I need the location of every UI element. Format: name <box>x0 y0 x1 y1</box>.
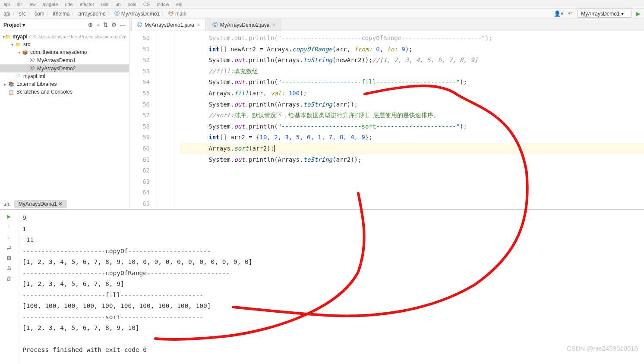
tab-myarraysdemo1[interactable]: Ⓒ MyArraysDemo1.java ✕ <box>131 19 206 31</box>
gear-icon[interactable]: ⚙ <box>111 22 117 28</box>
menu-item[interactable]: ools <box>128 2 136 7</box>
rerun-icon[interactable]: ▶ <box>7 213 11 220</box>
tree-node[interactable]: ▾📦com.itheima.arraysdemo <box>0 48 129 56</box>
target-icon[interactable]: ⊕ <box>88 22 93 28</box>
expand-icon[interactable]: ≡ <box>96 22 100 28</box>
tab-label: MyArraysDemo2.java <box>220 22 270 28</box>
tab-label: MyArraysDemo1.java <box>145 22 194 28</box>
breadcrumb: api〉 src〉 com〉 itheima〉 arraysdemo〉 Ⓒ My… <box>3 10 186 17</box>
menu-item[interactable]: ode <box>65 2 73 7</box>
menu-item[interactable]: elp <box>176 2 183 7</box>
tree-node[interactable]: 📋Scratches and Consoles <box>0 88 129 96</box>
wrap-icon[interactable]: ⇄ <box>7 245 11 251</box>
run-icon[interactable]: ▶ <box>636 10 641 17</box>
breadcrumb-item[interactable]: main <box>175 11 186 17</box>
run-tab[interactable]: MyArraysDemo1 ✕ <box>14 200 67 208</box>
close-icon[interactable]: ✕ <box>197 22 200 27</box>
menu-item[interactable]: efactor <box>80 2 95 7</box>
tab-bar: Ⓒ MyArraysDemo1.java ✕ Ⓒ MyArraysDemo2.j… <box>129 19 644 31</box>
nav-bar: api〉 src〉 com〉 itheima〉 arraysdemo〉 Ⓒ My… <box>0 9 644 19</box>
gutter: 5051525354555657585960616263646566 <box>129 31 157 209</box>
hide-icon[interactable]: — <box>120 22 126 28</box>
back-icon[interactable]: ↶ <box>568 10 573 17</box>
tree-node[interactable]: ⒸMyArraysDemo2 <box>0 64 129 72</box>
breadcrumb-item[interactable]: api <box>3 11 10 17</box>
project-panel: Project ▾ ⊕ ≡ ⇅ ⚙ — ▾📁myapiC:\Users\alie… <box>0 19 129 209</box>
editor[interactable]: 5051525354555657585960616263646566 Syste… <box>129 31 644 209</box>
close-icon[interactable]: ✕ <box>272 22 275 27</box>
tree-node[interactable]: 📄myapi.iml <box>0 72 129 80</box>
breadcrumb-item[interactable]: arraysdemo <box>78 11 105 17</box>
breadcrumb-item[interactable]: com <box>35 11 44 17</box>
menu-bar: api dit iew avigate ode efactor uild un … <box>0 0 644 9</box>
run-panel: ▶ ↑ ↓ ⇄ ⊞ 🖶 🗑 9 1 -11 ------------------… <box>0 209 644 364</box>
java-icon: Ⓒ <box>137 21 142 28</box>
code-area[interactable]: System.out.println("--------------------… <box>174 31 644 209</box>
menu-item[interactable]: un <box>115 2 120 7</box>
run-output[interactable]: 9 1 -11 ----------------------copyOf----… <box>18 210 644 364</box>
run-config-select[interactable]: MyArraysDemo1 ▾ <box>577 10 632 18</box>
tree-node[interactable]: ▾📁src <box>0 41 129 48</box>
trash-icon[interactable]: 🗑 <box>6 276 12 282</box>
run-label: un: <box>3 201 11 207</box>
menu-item[interactable]: CS <box>143 2 150 7</box>
run-toolbar: ▶ ↑ ↓ ⇄ ⊞ 🖶 🗑 <box>0 210 18 364</box>
project-tree: ▾📁myapiC:\Users\alienware\IdeaProjects\b… <box>0 31 129 97</box>
run-header: un: MyArraysDemo1 ✕ <box>0 199 644 209</box>
down-icon[interactable]: ↓ <box>8 234 10 240</box>
user-icon[interactable]: 👤▾ <box>554 10 564 17</box>
up-icon[interactable]: ↑ <box>8 224 10 230</box>
breadcrumb-item[interactable]: src <box>19 11 26 17</box>
tree-node[interactable]: ⒸMyArraysDemo1 <box>0 56 129 64</box>
java-icon: Ⓒ <box>212 21 218 28</box>
tree-node[interactable]: ▸📚External Libraries <box>0 80 129 88</box>
breadcrumb-item[interactable]: MyArraysDemo1 <box>121 11 160 17</box>
collapse-icon[interactable]: ⇅ <box>103 22 108 28</box>
tree-node[interactable]: ▾📁myapiC:\Users\alienware\IdeaProjects\b… <box>0 33 129 41</box>
menu-item[interactable]: api <box>3 2 10 7</box>
menu-item[interactable]: iew <box>28 2 36 7</box>
tab-myarraysdemo2[interactable]: Ⓒ MyArraysDemo2.java ✕ <box>207 19 281 31</box>
menu-item[interactable]: dit <box>17 2 22 7</box>
menu-item[interactable]: indow <box>157 2 169 7</box>
project-title[interactable]: Project ▾ <box>3 22 88 28</box>
menu-item[interactable]: avigate <box>43 2 58 7</box>
breadcrumb-item[interactable]: itheima <box>53 11 70 17</box>
print-icon[interactable]: 🖶 <box>6 265 12 271</box>
layout-icon[interactable]: ⊞ <box>7 255 11 261</box>
menu-item[interactable]: uild <box>101 2 108 7</box>
